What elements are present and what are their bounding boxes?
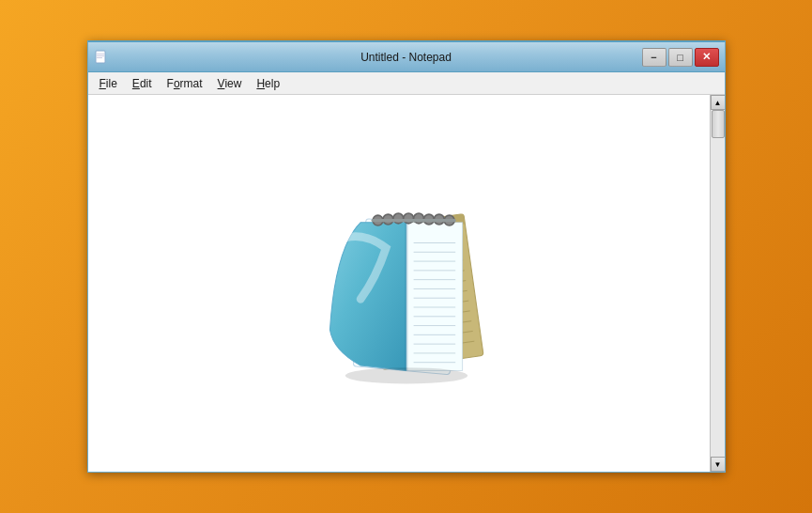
window-title: Untitled - Notepad: [360, 51, 452, 64]
menu-item-help[interactable]: Help: [249, 75, 287, 92]
menu-edit-label: Edit: [132, 77, 152, 90]
menu-item-view[interactable]: View: [210, 75, 250, 92]
scroll-up-arrow[interactable]: ▲: [711, 95, 725, 110]
svg-point-48: [403, 213, 413, 224]
maximize-button[interactable]: □: [668, 48, 693, 67]
menu-bar: File Edit Format View Help: [88, 72, 725, 95]
svg-rect-0: [96, 51, 105, 63]
menu-item-file[interactable]: File: [92, 75, 125, 92]
scroll-track[interactable]: [711, 110, 725, 457]
title-bar-left: [94, 50, 109, 65]
notepad-icon: [303, 166, 510, 401]
svg-rect-3: [97, 57, 102, 58]
vertical-scrollbar[interactable]: ▲ ▼: [710, 95, 725, 472]
scroll-thumb[interactable]: [712, 110, 725, 138]
svg-point-47: [392, 213, 403, 224]
menu-format-label: Format: [167, 77, 203, 90]
app-icon: [94, 50, 109, 65]
notepad-window: Untitled - Notepad − □ ✕ File Edit Forma…: [87, 40, 726, 473]
title-bar: Untitled - Notepad − □ ✕: [88, 42, 725, 72]
minimize-button[interactable]: −: [642, 48, 666, 67]
menu-help-label: Help: [256, 77, 280, 90]
menu-item-edit[interactable]: Edit: [125, 75, 160, 92]
svg-rect-1: [97, 54, 104, 54]
close-button[interactable]: ✕: [695, 48, 719, 67]
svg-rect-2: [97, 55, 104, 56]
menu-view-label: View: [218, 77, 242, 90]
content-area[interactable]: ▲ ▼: [88, 95, 725, 472]
svg-point-54: [345, 367, 467, 383]
window-controls: − □ ✕: [642, 48, 719, 67]
svg-point-49: [413, 213, 423, 224]
svg-rect-30: [406, 222, 463, 370]
scroll-down-arrow[interactable]: ▼: [711, 457, 725, 472]
menu-item-format[interactable]: Format: [160, 75, 210, 92]
menu-file-label: File: [100, 77, 117, 90]
